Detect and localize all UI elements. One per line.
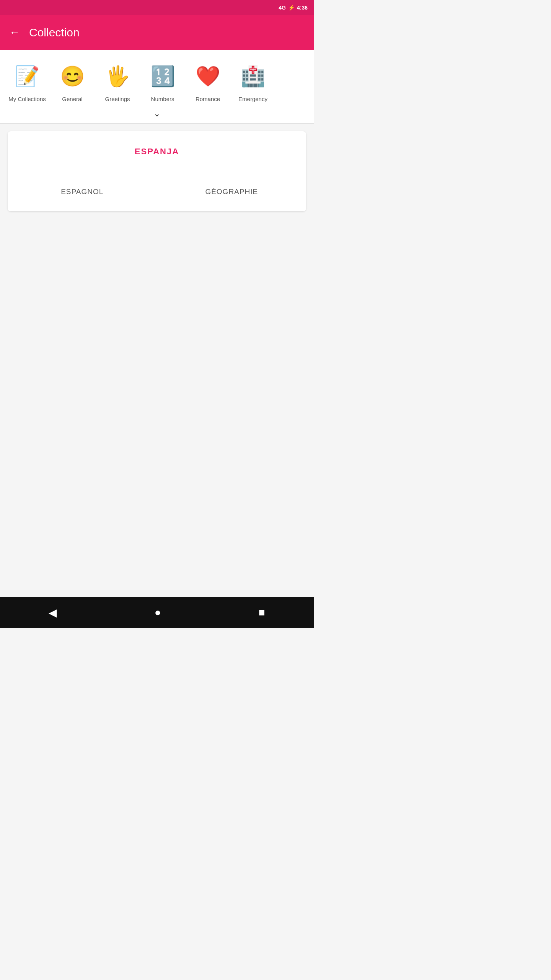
collection-item-general[interactable]: 😊General: [51, 57, 93, 104]
geographie-cell[interactable]: GÉOGRAPHIE: [157, 172, 306, 211]
signal-icon: 4G: [279, 5, 286, 11]
general-icon: 😊: [55, 59, 90, 93]
greetings-icon: 🖐: [100, 59, 135, 93]
page-title: Collection: [29, 26, 80, 39]
content-card: ESPANJA ESPAGNOL GÉOGRAPHIE: [8, 131, 306, 211]
collection-item-greetings[interactable]: 🖐Greetings: [96, 57, 139, 104]
collection-item-my-collections[interactable]: 📝My Collections: [6, 57, 48, 104]
status-bar: 4G ⚡ 4:36: [0, 0, 314, 15]
chevron-down-icon[interactable]: ⌄: [153, 109, 160, 119]
my-collections-icon: 📝: [10, 59, 44, 93]
numbers-icon: 🔢: [145, 59, 180, 93]
espagnol-cell[interactable]: ESPAGNOL: [8, 172, 157, 211]
geographie-label: GÉOGRAPHIE: [205, 188, 258, 196]
battery-icon: ⚡: [288, 5, 295, 11]
collection-item-numbers[interactable]: 🔢Numbers: [142, 57, 184, 104]
status-bar-icons: 4G ⚡ 4:36: [279, 5, 308, 11]
app-bar: ← Collection: [0, 15, 314, 50]
emergency-icon: 🏥: [236, 59, 270, 93]
time-display: 4:36: [297, 5, 308, 11]
nav-recent-button[interactable]: ■: [251, 603, 273, 622]
main-content: ESPANJA ESPAGNOL GÉOGRAPHIE: [0, 124, 314, 597]
collection-items-row: 📝My Collections😊General🖐Greetings🔢Number…: [6, 57, 308, 104]
general-label: General: [62, 96, 82, 103]
collection-item-emergency[interactable]: 🏥Emergency: [232, 57, 274, 104]
collection-item-romance[interactable]: ❤️Romance: [187, 57, 229, 104]
card-header-title: ESPANJA: [135, 147, 179, 156]
nav-bar: ◀ ● ■: [0, 597, 314, 628]
romance-icon: ❤️: [191, 59, 225, 93]
nav-home-button[interactable]: ●: [147, 603, 169, 622]
card-body: ESPAGNOL GÉOGRAPHIE: [8, 172, 306, 211]
espagnol-label: ESPAGNOL: [61, 188, 103, 196]
nav-back-button[interactable]: ◀: [41, 603, 65, 623]
emergency-label: Emergency: [238, 96, 267, 103]
romance-label: Romance: [196, 96, 220, 103]
card-header: ESPANJA: [8, 131, 306, 172]
greetings-label: Greetings: [105, 96, 130, 103]
collection-scroll-area: 📝My Collections😊General🖐Greetings🔢Number…: [0, 50, 314, 123]
my-collections-label: My Collections: [8, 96, 46, 103]
back-button[interactable]: ←: [9, 26, 20, 39]
numbers-label: Numbers: [151, 96, 174, 103]
